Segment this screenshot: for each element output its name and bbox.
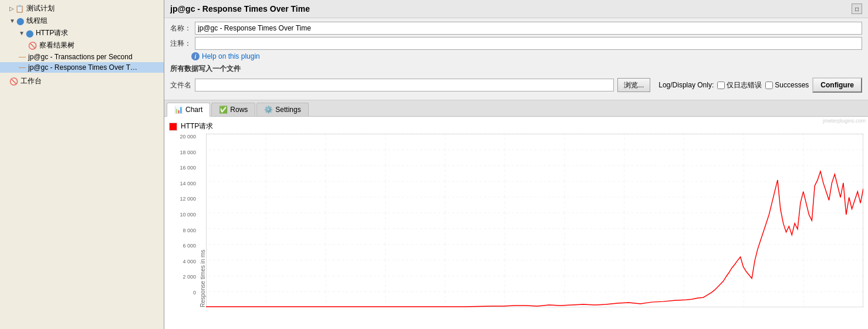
file-label: 文件名 [170,80,191,90]
browse-button[interactable]: 浏览... [617,78,650,92]
svg-rect-0 [206,134,863,307]
sidebar: ▷ 📋 测试计划 ▼ ⬤ 线程组 ▼ ⬤ HTTP请求 🚫 察看结果树 — jp… [0,0,164,329]
help-row: i Help on this plugin [170,52,862,60]
successes-checkbox[interactable] [765,82,773,89]
expand-arrow-icon2: ▼ [9,18,15,24]
y-axis: 20 000 18 000 16 000 14 000 12 000 10 00… [169,134,198,307]
sidebar-item-workbench[interactable]: 🚫 工作台 [0,75,164,87]
sidebar-item-transactions[interactable]: — jp@gc - Transactions per Second [0,52,164,62]
transactions-icon: — [19,53,26,61]
log-errors-checkbox[interactable] [717,82,725,89]
chart-tab-icon: 📊 [174,106,183,114]
all-data-row: 所有数据写入一个文件 [170,63,862,75]
legend-label: HTTP请求 [181,121,213,131]
name-label: 名称： [170,23,191,33]
chart-svg [206,134,863,307]
name-input[interactable] [195,22,862,35]
page-title: jp@gc - Response Times Over Time [170,4,310,13]
help-link[interactable]: i Help on this plugin [191,52,260,60]
http-request-icon: ⬤ [26,29,33,38]
sidebar-item-test-plan[interactable]: ▷ 📋 测试计划 [0,2,164,15]
chart-container: HTTP请求 jmeterplugins.com 20 000 18 000 1… [164,117,868,329]
file-row: 文件名 浏览... Log/Display Only: 仅日志错误 Succes… [170,77,862,93]
chart-svg-area: 00:00:00 00:00:47 00:01:34 00:02:21 00:0… [206,134,863,307]
log-display-label: Log/Display Only: [658,81,714,89]
workbench-label: 工作台 [21,76,42,86]
tab-chart[interactable]: 📊 Chart [167,103,210,117]
all-data-label: 所有数据写入一个文件 [170,64,241,74]
response-times-icon: — [19,63,26,72]
log-errors-checkbox-label[interactable]: 仅日志错误 [717,80,762,90]
y-axis-label: Response times in ms [198,134,206,307]
rows-tab-icon: ✅ [219,106,228,114]
log-errors-label: 仅日志错误 [727,80,762,90]
tab-settings[interactable]: ⚙️ Settings [256,103,308,116]
chart-tab-label: Chart [185,106,202,114]
successes-label: Successes [775,81,809,89]
settings-tab-icon: ⚙️ [264,106,273,114]
response-times-label: jp@gc - Response Times Over T… [28,63,137,72]
test-plan-label: 测试计划 [26,4,55,13]
http-request-label: HTTP请求 [36,28,68,38]
workbench-icon: 🚫 [9,77,18,86]
chart-legend: HTTP请求 [169,121,863,131]
configure-button[interactable]: Configure [812,77,862,93]
sidebar-item-response-times[interactable]: — jp@gc - Response Times Over T… [0,62,164,73]
successes-checkbox-label[interactable]: Successes [765,81,809,89]
rows-tab-label: Rows [230,106,248,114]
form-area: 名称： 注释： i Help on this plugin 所有数据写入一个文件… [164,18,868,100]
view-results-icon: 🚫 [28,42,37,50]
comment-input[interactable] [195,37,862,50]
test-plan-icon: 📋 [15,5,24,13]
chart-brand: jmeterplugins.com [823,118,866,124]
sidebar-item-view-results[interactable]: 🚫 察看结果树 [0,39,164,52]
help-text: Help on this plugin [202,52,260,60]
legend-color-indicator [169,123,177,131]
title-bar: jp@gc - Response Times Over Time □ [164,0,868,18]
thread-group-label: 线程组 [26,16,48,26]
name-row: 名称： [170,22,862,35]
expand-button[interactable]: □ [852,4,862,14]
expand-arrow-icon3: ▼ [19,30,25,36]
sidebar-item-http-request[interactable]: ▼ ⬤ HTTP请求 [0,27,164,39]
main-panel: jp@gc - Response Times Over Time □ 名称： 注… [164,0,868,329]
file-input[interactable] [195,79,614,91]
chart-wrapper: 20 000 18 000 16 000 14 000 12 000 10 00… [169,134,863,307]
tab-rows[interactable]: ✅ Rows [211,103,255,116]
thread-group-icon: ⬤ [16,17,24,25]
info-icon: i [191,52,200,60]
comment-row: 注释： [170,37,862,50]
tabs-bar: 📊 Chart ✅ Rows ⚙️ Settings [164,100,868,117]
transactions-label: jp@gc - Transactions per Second [28,53,133,61]
sidebar-item-thread-group[interactable]: ▼ ⬤ 线程组 [0,15,164,27]
settings-tab-label: Settings [275,106,300,114]
view-results-label: 察看结果树 [39,40,75,50]
comment-label: 注释： [170,39,191,49]
expand-arrow-icon: ▷ [9,5,14,12]
